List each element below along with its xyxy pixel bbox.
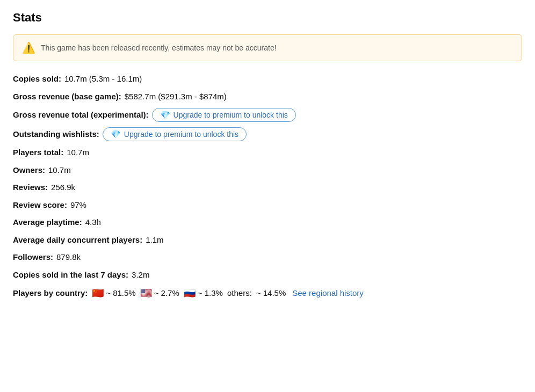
country-us: 🇺🇸 ~ 2.7%: [140, 286, 179, 301]
gross-revenue-label: Gross revenue (base game):: [13, 91, 121, 103]
stat-reviews: Reviews: 256.9k: [13, 182, 522, 194]
country-ru-pct: ~ 1.3%: [198, 287, 223, 300]
review-score-label: Review score:: [13, 199, 67, 212]
copies-sold-value: 10.7m (5.3m - 16.1m): [64, 73, 142, 85]
copies-last7-value: 3.2m: [132, 269, 149, 281]
copies-sold-label: Copies sold:: [13, 73, 61, 85]
see-regional-history-link[interactable]: See regional history: [292, 287, 364, 300]
stat-players-total: Players total: 10.7m: [13, 147, 522, 159]
warning-icon: ⚠️: [22, 41, 35, 54]
stats-list: Copies sold: 10.7m (5.3m - 16.1m) Gross …: [13, 73, 522, 301]
stat-gross-revenue-total: Gross revenue total (experimental): 💎 Up…: [13, 108, 522, 122]
stat-gross-revenue: Gross revenue (base game): $582.7m ($291…: [13, 91, 522, 103]
copies-last7-label: Copies sold in the last 7 days:: [13, 269, 128, 281]
diamond-icon-1: 💎: [160, 110, 170, 120]
avg-playtime-value: 4.3h: [85, 216, 101, 229]
followers-label: Followers:: [13, 251, 53, 264]
avg-playtime-label: Average playtime:: [13, 216, 82, 229]
others-value: ~ 14.5%: [256, 287, 286, 300]
stat-owners: Owners: 10.7m: [13, 164, 522, 177]
country-cn-pct: ~ 81.5%: [106, 287, 135, 300]
followers-value: 879.8k: [56, 251, 81, 264]
avg-daily-label: Average daily concurrent players:: [13, 234, 142, 246]
stat-copies-last7: Copies sold in the last 7 days: 3.2m: [13, 269, 522, 281]
flag-cn: 🇨🇳: [92, 286, 104, 301]
upgrade-button-2[interactable]: 💎 Upgrade to premium to unlock this: [103, 127, 247, 141]
owners-value: 10.7m: [48, 164, 71, 177]
flag-ru: 🇷🇺: [184, 286, 196, 301]
review-score-value: 97%: [70, 199, 86, 212]
upgrade-button-1[interactable]: 💎 Upgrade to premium to unlock this: [152, 108, 296, 122]
gross-revenue-total-label: Gross revenue total (experimental):: [13, 109, 149, 121]
players-by-country-label: Players by country:: [13, 287, 88, 300]
stat-followers: Followers: 879.8k: [13, 251, 522, 264]
stat-avg-playtime: Average playtime: 4.3h: [13, 216, 522, 229]
flag-us: 🇺🇸: [140, 286, 152, 301]
page-title: Stats: [13, 11, 522, 25]
upgrade-btn-1-text: Upgrade to premium to unlock this: [173, 111, 288, 119]
players-total-label: Players total:: [13, 147, 63, 159]
reviews-label: Reviews:: [13, 182, 48, 194]
country-cn: 🇨🇳 ~ 81.5%: [92, 286, 135, 301]
owners-label: Owners:: [13, 164, 45, 177]
country-us-pct: ~ 2.7%: [154, 287, 179, 300]
avg-daily-value: 1.1m: [146, 234, 163, 246]
reviews-value: 256.9k: [51, 182, 75, 194]
stat-copies-sold: Copies sold: 10.7m (5.3m - 16.1m): [13, 73, 522, 85]
stat-review-score: Review score: 97%: [13, 199, 522, 212]
upgrade-btn-2-text: Upgrade to premium to unlock this: [124, 130, 238, 139]
stat-players-by-country: Players by country: 🇨🇳 ~ 81.5% 🇺🇸 ~ 2.7%…: [13, 286, 522, 301]
diamond-icon-2: 💎: [111, 129, 121, 139]
others-label: others:: [227, 287, 252, 300]
gross-revenue-value: $582.7m ($291.3m - $874m): [125, 91, 227, 103]
stat-outstanding-wishlists: Outstanding wishlists: 💎 Upgrade to prem…: [13, 127, 522, 141]
players-total-value: 10.7m: [67, 147, 89, 159]
stat-avg-daily: Average daily concurrent players: 1.1m: [13, 234, 522, 246]
warning-text: This game has been released recently, es…: [41, 43, 277, 52]
outstanding-wishlists-label: Outstanding wishlists:: [13, 128, 99, 141]
country-ru: 🇷🇺 ~ 1.3%: [184, 286, 223, 301]
warning-banner: ⚠️ This game has been released recently,…: [13, 34, 522, 61]
